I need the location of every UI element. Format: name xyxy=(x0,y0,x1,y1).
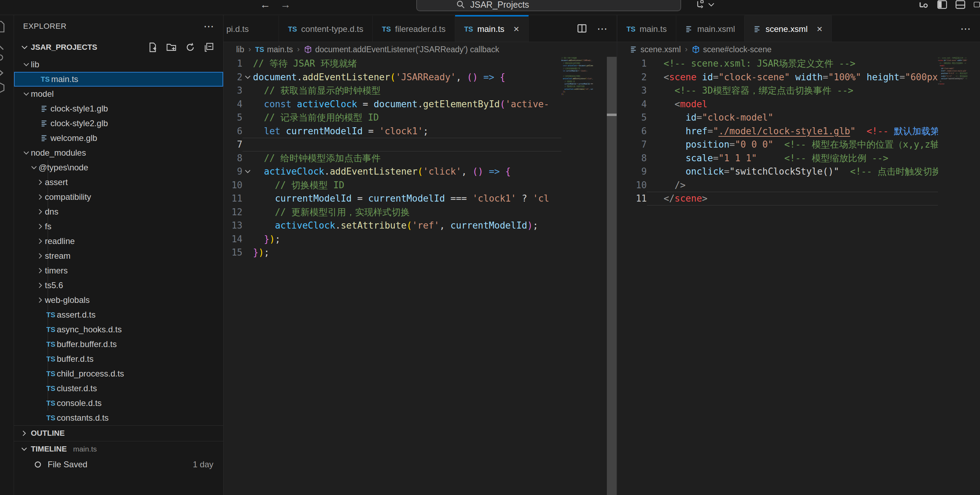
split-editor-icon[interactable] xyxy=(577,24,587,33)
code-line-10[interactable]: 10 // 切换模型 ID xyxy=(224,179,561,192)
refresh-icon[interactable] xyxy=(185,42,195,52)
code-line-7[interactable]: 7 position="0 0 0" <!-- 模型在场景中的位置（x,y,z轴 xyxy=(617,138,938,152)
breadcrumb-item[interactable]: TSmain.ts xyxy=(255,45,293,54)
timeline-item-file-saved[interactable]: File Saved 1 day xyxy=(14,457,223,472)
tree-item-assert.d.ts[interactable]: TSassert.d.ts xyxy=(14,307,223,322)
tree-item-console.d.ts[interactable]: TSconsole.d.ts xyxy=(14,396,223,410)
forward-arrow-icon[interactable]: → xyxy=(280,0,291,11)
code-line-4[interactable]: 4 <model xyxy=(617,97,938,111)
code-line-9[interactable]: 9 activeClock.addEventListener('click', … xyxy=(224,165,561,179)
toggle-secondary-sidebar-icon[interactable] xyxy=(974,0,980,9)
project-root-row[interactable]: JSAR_PROJECTS xyxy=(14,38,223,57)
search-icon[interactable] xyxy=(0,41,5,51)
tree-item-ts5.6[interactable]: ts5.6 xyxy=(14,278,223,293)
tree-item-compatibility[interactable]: compatibility xyxy=(14,190,223,204)
code-line-6[interactable]: 6 let currentModelId = 'clock1'; xyxy=(224,125,561,138)
tree-item-clock-style2.glb[interactable]: clock-style2.glb xyxy=(14,116,223,131)
code-area-main-ts[interactable]: 1// 等待 JSAR 环境就绪2document.addEventListen… xyxy=(224,57,561,495)
tree-item-node-modules[interactable]: node_modules xyxy=(14,145,223,160)
breadcrumb-item[interactable]: lib xyxy=(236,45,244,54)
code-line-4[interactable]: 4 const activeClock = document.getElemen… xyxy=(224,97,561,111)
breadcrumb-item[interactable]: document.addEventListener('JSARReady') c… xyxy=(304,45,499,54)
tree-item-welcome.glb[interactable]: welcome.glb xyxy=(14,131,223,145)
breadcrumb-center[interactable]: lib›TSmain.ts›document.addEventListener(… xyxy=(224,42,617,57)
scrollbar-track[interactable] xyxy=(607,57,617,495)
new-folder-icon[interactable] xyxy=(166,42,176,52)
collapse-all-icon[interactable] xyxy=(204,42,214,52)
customize-layout-icon[interactable] xyxy=(919,0,929,9)
close-icon[interactable]: × xyxy=(817,24,822,35)
tree-item-web-globals[interactable]: web-globals xyxy=(14,293,223,307)
tab-filereader.d.ts[interactable]: TSfilereader.d.ts xyxy=(373,15,455,42)
code-line-9[interactable]: 9 onclick="switchClockStyle()" <!-- 点击时触… xyxy=(617,165,938,179)
code-line-2[interactable]: 2<scene id="clock-scene" width="100%" he… xyxy=(617,70,938,84)
explorer-icon[interactable] xyxy=(0,21,5,33)
tree-item-model[interactable]: model xyxy=(14,86,223,101)
tree-item-constants.d.ts[interactable]: TSconstants.d.ts xyxy=(14,410,223,425)
code-line-3[interactable]: 3 <!-- 3D模型容器，绑定点击切换事件 --> xyxy=(617,84,938,97)
source-control-icon[interactable] xyxy=(0,53,5,62)
chevron-right-icon[interactable] xyxy=(0,68,5,78)
tree-item-buffer.buffer.d.ts[interactable]: TSbuffer.buffer.d.ts xyxy=(14,337,223,351)
explorer-more-icon[interactable]: ⋯ xyxy=(204,24,214,28)
code-line-11[interactable]: 11</scene> xyxy=(617,192,938,206)
code-line-10[interactable]: 10 /> xyxy=(617,179,938,192)
breadcrumb-right[interactable]: scene.xsml›scene#clock-scene xyxy=(617,42,980,57)
tree-item-assert[interactable]: assert xyxy=(14,175,223,190)
code-area-scene-xsml[interactable]: 1<!-- scene.xsml: JSAR场景定义文件 -->2<scene … xyxy=(617,57,938,495)
breadcrumb-item[interactable]: scene.xsml xyxy=(630,45,681,54)
code-line-3[interactable]: 3 // 获取当前显示的时钟模型 xyxy=(224,84,561,97)
tree-item-dns[interactable]: dns xyxy=(14,204,223,219)
tab-scene.xsml[interactable]: scene.xsml× xyxy=(745,15,832,42)
code-line-8[interactable]: 8 scale="1 1 1" <!-- 模型缩放比例 --> xyxy=(617,152,938,165)
code-line-2[interactable]: 2document.addEventListener('JSARReady', … xyxy=(224,70,561,84)
code-line-12[interactable]: 12 // 更新模型引用，实现样式切换 xyxy=(224,206,561,219)
outline-section-header[interactable]: OUTLINE xyxy=(14,425,223,441)
tab-main.ts[interactable]: TSmain.ts× xyxy=(455,15,529,42)
toggle-panel-icon[interactable] xyxy=(956,0,965,9)
tree-item-@types-node[interactable]: @types\node xyxy=(14,160,223,175)
code-line-7[interactable]: 7 xyxy=(224,138,561,152)
tree-item-lib[interactable]: lib xyxy=(14,57,223,72)
close-icon[interactable]: × xyxy=(514,24,519,35)
tree-item-readline[interactable]: readline xyxy=(14,234,223,249)
code-line-15[interactable]: 15}); xyxy=(224,246,561,259)
code-line-1[interactable]: 1<!-- scene.xsml: JSAR场景定义文件 --> xyxy=(617,57,938,70)
code-line-13[interactable]: 13 activeClock.setAttribute('ref', curre… xyxy=(224,219,561,232)
tab-main.xsml[interactable]: main.xsml xyxy=(676,15,745,42)
code-line-1[interactable]: 1// 等待 JSAR 环境就绪 xyxy=(224,57,561,70)
timeline-section-header[interactable]: TIMELINE main.ts xyxy=(14,441,223,457)
code-line-14[interactable]: 14 }); xyxy=(224,232,561,246)
layout-control-icon[interactable] xyxy=(695,0,714,10)
back-arrow-icon[interactable]: ← xyxy=(260,0,270,11)
code-line-5[interactable]: 5 // 记录当前使用的模型 ID xyxy=(224,111,561,125)
tree-item-child-process.d.ts[interactable]: TSchild_process.d.ts xyxy=(14,366,223,381)
fold-icon[interactable] xyxy=(242,165,253,179)
more-actions-icon[interactable]: ⋯ xyxy=(960,22,972,35)
command-center-search[interactable]: JSAR_Projects xyxy=(416,0,681,11)
tab-content-type.d.ts[interactable]: TScontent-type.d.ts xyxy=(279,15,373,42)
tree-item-buffer.d.ts[interactable]: TSbuffer.d.ts xyxy=(14,351,223,366)
code-line-11[interactable]: 11 currentModelId = currentModelId === '… xyxy=(224,192,561,206)
tree-item-timers[interactable]: timers xyxy=(14,263,223,278)
tree-item-stream[interactable]: stream xyxy=(14,249,223,263)
toggle-primary-sidebar-icon[interactable] xyxy=(937,0,947,9)
code-line-5[interactable]: 5 id="clock-model" xyxy=(617,111,938,125)
code-line-8[interactable]: 8 // 给时钟模型添加点击事件 xyxy=(224,152,561,165)
fold-icon[interactable] xyxy=(242,70,253,84)
breadcrumb-item[interactable]: scene#clock-scene xyxy=(692,45,772,54)
tree-item-fs[interactable]: fs xyxy=(14,219,223,234)
tree-item-clock-style1.glb[interactable]: clock-style1.glb xyxy=(14,101,223,116)
minimap-center[interactable]: // 等待 JSAR 环境就绪document.addEventListener… xyxy=(561,57,607,495)
scrollbar-thumb[interactable] xyxy=(607,113,617,116)
minimap-right[interactable]: <!-- scene.xsml: JSAR场景定义文件 --><scene id… xyxy=(938,57,980,495)
tree-item-main.ts[interactable]: TSmain.ts xyxy=(14,72,223,86)
tree-item-cluster.d.ts[interactable]: TScluster.d.ts xyxy=(14,381,223,396)
more-actions-icon[interactable]: ⋯ xyxy=(597,22,608,35)
extensions-cube-icon[interactable] xyxy=(0,82,5,94)
new-file-icon[interactable] xyxy=(148,42,158,52)
code-line-6[interactable]: 6 href="./model/clock-style1.glb" <!-- 默… xyxy=(617,125,938,138)
tab-main.ts[interactable]: TSmain.ts xyxy=(617,15,676,42)
tree-item-async-hooks.d.ts[interactable]: TSasync_hooks.d.ts xyxy=(14,322,223,337)
tab-pi.d.ts[interactable]: pi.d.ts xyxy=(224,15,279,42)
